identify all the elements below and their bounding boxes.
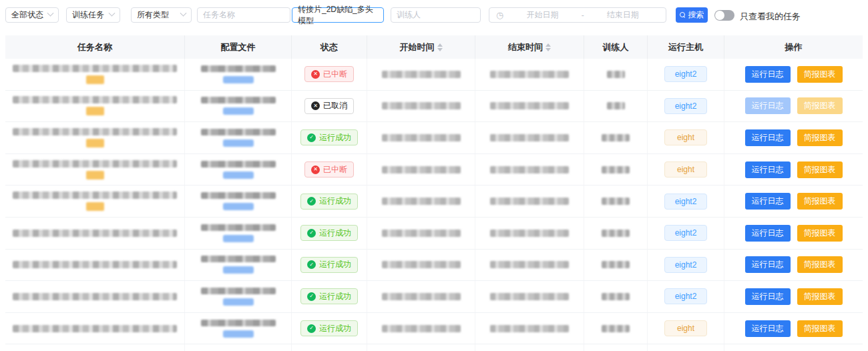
trainer-cell — [584, 218, 648, 249]
report-chart-button[interactable]: 简报图表 — [797, 161, 843, 178]
task-select[interactable]: 训练任务 — [66, 7, 120, 23]
header-status: 状态 — [292, 35, 367, 59]
status-badge: ✕ 已取消 — [304, 98, 354, 114]
redacted-task-name — [13, 128, 177, 135]
status-icon: ✓ — [307, 229, 316, 238]
task-name-cell — [5, 154, 185, 186]
redacted-trainer — [602, 230, 630, 237]
start-time-cell — [367, 313, 475, 344]
run-log-button[interactable]: 运行日志 — [745, 66, 791, 83]
status-label: 运行成功 — [319, 196, 351, 207]
redacted-end-time — [490, 198, 569, 205]
run-log-button[interactable]: 运行日志 — [745, 129, 791, 146]
trainer-input[interactable]: 训练人 — [391, 7, 481, 23]
config-link[interactable] — [223, 330, 254, 338]
status-icon: ✓ — [307, 197, 316, 206]
task-name-placeholder: 任务名称 — [203, 9, 235, 21]
header-config-file: 配置文件 — [185, 35, 292, 59]
status-select[interactable]: 全部状态 — [5, 7, 59, 23]
redacted-config-name — [201, 256, 276, 262]
run-log-button[interactable]: 运行日志 — [745, 288, 791, 305]
config-link[interactable] — [223, 235, 254, 242]
redacted-task-badge — [86, 139, 104, 147]
header-start-time[interactable]: 开始时间 — [367, 35, 475, 59]
host-cell: eight2 — [648, 250, 724, 281]
sort-icon[interactable] — [437, 43, 443, 51]
table-row: ✕ 已中断 eight2 运行日志 简报图表 — [5, 59, 863, 91]
config-link[interactable] — [223, 107, 254, 115]
redacted-config-name — [201, 320, 276, 326]
redacted-config-name — [201, 192, 276, 199]
header-end-time[interactable]: 结束时间 — [475, 35, 584, 59]
report-chart-button[interactable]: 简报图表 — [797, 225, 843, 242]
end-date-placeholder[interactable]: 结束日期 — [587, 9, 659, 21]
keyword-input[interactable]: 转接片_2D缺陷_多头模型 — [292, 7, 384, 23]
report-chart-button[interactable]: 简报图表 — [797, 66, 843, 83]
task-select-value: 训练任务 — [72, 9, 104, 21]
trainer-cell — [584, 313, 648, 344]
table-row: ✓ 运行成功 eight2 运行日志 简报图表 — [5, 218, 863, 250]
report-chart-button[interactable]: 简报图表 — [797, 256, 843, 273]
table-body: ✕ 已中断 eight2 运行日志 简报图表 — [5, 59, 863, 344]
report-chart-button[interactable]: 简报图表 — [797, 288, 843, 305]
my-tasks-toggle[interactable] — [714, 10, 734, 21]
header-task-name: 任务名称 — [5, 35, 185, 59]
redacted-task-name — [13, 230, 177, 237]
report-chart-button[interactable]: 简报图表 — [797, 320, 843, 337]
task-name-cell — [5, 59, 185, 90]
toggle-knob — [715, 11, 724, 20]
end-time-cell — [475, 218, 584, 249]
redacted-trainer — [602, 166, 630, 173]
report-chart-button[interactable]: 简报图表 — [797, 97, 843, 114]
redacted-config-name — [201, 161, 276, 167]
type-select-value: 所有类型 — [137, 9, 169, 21]
status-cell: ✓ 运行成功 — [292, 122, 367, 153]
redacted-trainer — [602, 198, 630, 205]
host-cell: eight2 — [648, 281, 724, 312]
actions-cell: 运行日志 简报图表 — [724, 250, 863, 281]
redacted-trainer — [602, 325, 630, 332]
redacted-trainer — [602, 293, 630, 300]
status-cell: ✓ 运行成功 — [292, 186, 367, 217]
run-log-button[interactable]: 运行日志 — [745, 320, 791, 337]
host-tag: eight — [664, 129, 707, 145]
run-log-button[interactable]: 运行日志 — [745, 225, 791, 242]
redacted-config-name — [201, 288, 276, 294]
start-date-placeholder[interactable]: 开始日期 — [506, 9, 578, 21]
sort-icon[interactable] — [546, 43, 551, 51]
redacted-start-time — [382, 293, 461, 300]
host-cell: eight2 — [648, 91, 724, 122]
config-link[interactable] — [223, 266, 254, 274]
report-chart-button[interactable]: 简报图表 — [797, 193, 843, 210]
actions-cell: 运行日志 简报图表 — [724, 313, 863, 344]
status-cell: ✓ 运行成功 — [292, 250, 367, 281]
start-time-cell — [367, 154, 475, 186]
redacted-task-name — [13, 261, 177, 268]
search-button[interactable]: 搜索 — [676, 7, 708, 23]
task-name-cell — [5, 91, 185, 122]
redacted-start-time — [382, 166, 461, 173]
config-link[interactable] — [223, 171, 254, 179]
status-icon: ✓ — [307, 133, 316, 142]
redacted-task-badge — [86, 171, 104, 180]
config-link[interactable] — [223, 139, 254, 147]
redacted-task-name — [13, 293, 177, 300]
config-link[interactable] — [223, 298, 254, 306]
redacted-task-name — [13, 325, 177, 332]
redacted-end-time — [490, 230, 569, 237]
run-log-button[interactable]: 运行日志 — [745, 256, 791, 273]
config-link[interactable] — [223, 203, 254, 210]
config-link[interactable] — [223, 76, 254, 83]
status-badge: ✓ 运行成功 — [300, 129, 358, 145]
filter-bar: 全部状态 训练任务 所有类型 任务名称 转接片_2D缺陷_多头模型 训练人 ◷ … — [0, 0, 868, 35]
run-log-button[interactable]: 运行日志 — [745, 193, 791, 210]
config-file-cell — [185, 281, 292, 312]
type-select[interactable]: 所有类型 — [131, 7, 192, 23]
chevron-down-icon — [180, 10, 187, 17]
date-range-picker[interactable]: ◷ 开始日期 - 结束日期 — [489, 7, 666, 23]
task-name-input[interactable]: 任务名称 — [197, 7, 290, 23]
report-chart-button[interactable]: 简报图表 — [797, 129, 843, 146]
status-label: 运行成功 — [319, 259, 351, 270]
run-log-button[interactable]: 运行日志 — [745, 161, 791, 178]
run-log-button[interactable]: 运行日志 — [745, 97, 791, 114]
